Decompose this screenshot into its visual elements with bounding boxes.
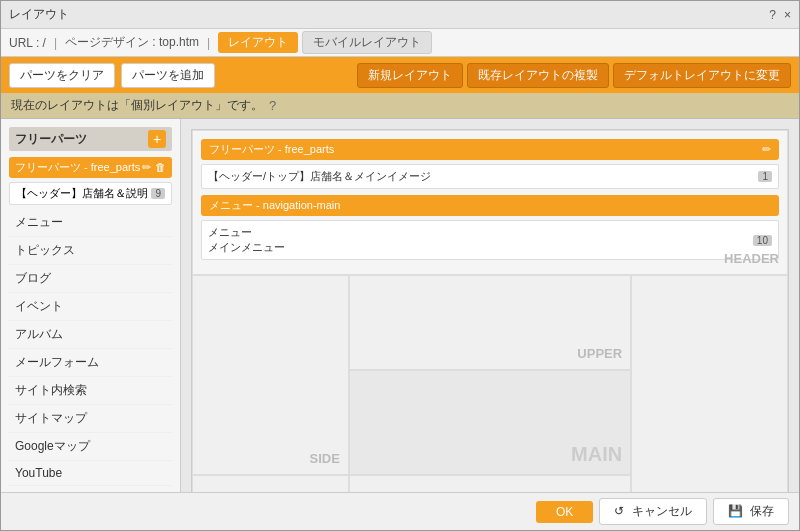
cancel-icon: ↺ — [614, 504, 624, 518]
free-parts-bar-label: フリーパーツ - free_parts — [209, 142, 334, 157]
main-window: レイアウト ? × URL : / | ページデザイン : top.htm | … — [0, 0, 800, 531]
sidebar-item-sitemap[interactable]: サイトマップ — [9, 405, 172, 433]
edit-icon[interactable]: ✏ — [142, 161, 151, 174]
sidebar-item-blog[interactable]: ブログ — [9, 265, 172, 293]
nav-items-card: メニュー メインメニュー 10 — [201, 220, 779, 260]
new-layout-button[interactable]: 新規レイアウト — [357, 63, 463, 88]
sidebar-item-album[interactable]: アルバム — [9, 321, 172, 349]
cancel-button[interactable]: ↺ キャンセル — [599, 498, 706, 525]
page-design-label: ページデザイン : top.htm — [65, 34, 199, 51]
sidebar-item-topics[interactable]: トピックス — [9, 237, 172, 265]
nav-text1: メニュー — [208, 225, 285, 240]
sidebar-item-event[interactable]: イベント — [9, 293, 172, 321]
layout-canvas: フリーパーツ - free_parts ✏ 【ヘッダー/トップ】店舗名＆メインイ… — [181, 119, 799, 492]
free-parts-item: フリーパーツ - free_parts ✏ 🗑 — [9, 157, 172, 178]
upper-zone-label: UPPER — [577, 346, 622, 361]
nav-bar-label: メニュー - navigation-main — [209, 198, 340, 213]
ok-button[interactable]: OK — [536, 501, 593, 523]
url-label: URL : / — [9, 36, 46, 50]
header-zone-label: HEADER — [724, 251, 779, 266]
delete-icon[interactable]: 🗑 — [155, 161, 166, 174]
main-zone: MAIN — [349, 370, 631, 475]
help-icon[interactable]: ? — [769, 8, 776, 22]
sidebar-item-site-search[interactable]: サイト内検索 — [9, 377, 172, 405]
header-card1-badge: 1 — [758, 171, 772, 182]
free-parts-edit-icon[interactable]: ✏ — [762, 143, 771, 156]
side-zone-label: SIDE — [309, 451, 339, 466]
window-title: レイアウト — [9, 6, 69, 23]
bottom-zone: BOTTOM — [349, 475, 631, 492]
free-parts-item-label: フリーパーツ - free_parts — [15, 160, 140, 175]
nav-badge: 10 — [753, 235, 772, 246]
add-parts-button[interactable]: パーツを追加 — [121, 63, 215, 88]
header-zone: フリーパーツ - free_parts ✏ 【ヘッダー/トップ】店舗名＆メインイ… — [192, 130, 788, 275]
sidebar-item-google-map[interactable]: Googleマップ — [9, 433, 172, 461]
tab-mobile[interactable]: モバイルレイアウト — [302, 31, 432, 54]
free-parts-bar: フリーパーツ - free_parts ✏ — [201, 139, 779, 160]
footer-bar: OK ↺ キャンセル 💾 保存 — [1, 492, 799, 530]
add-free-parts-button[interactable]: + — [148, 130, 166, 148]
close-icon[interactable]: × — [784, 8, 791, 22]
tab-layout[interactable]: レイアウト — [218, 32, 298, 53]
info-text: 現在のレイアウトは「個別レイアウト」です。 — [11, 97, 263, 114]
title-bar: レイアウト ? × — [1, 1, 799, 29]
upper-zone: UPPER — [349, 275, 631, 370]
sidebar: フリーパーツ + フリーパーツ - free_parts ✏ 🗑 【ヘッダー】店… — [1, 119, 181, 492]
header-card1-text: 【ヘッダー/トップ】店舗名＆メインイメージ — [208, 169, 431, 184]
side-zone-ext — [192, 475, 349, 492]
info-bar: 現在のレイアウトは「個別レイアウト」です。 ? — [1, 93, 799, 119]
sub-item-header-label: 【ヘッダー】店舗名＆説明 — [16, 186, 148, 201]
header-card1: 【ヘッダー/トップ】店舗名＆メインイメージ 1 — [201, 164, 779, 189]
default-layout-button[interactable]: デフォルトレイアウトに変更 — [613, 63, 791, 88]
copy-layout-button[interactable]: 既存レイアウトの複製 — [467, 63, 609, 88]
sub-item-header: 【ヘッダー】店舗名＆説明 9 — [9, 182, 172, 205]
info-help-icon[interactable]: ? — [269, 98, 276, 113]
right-zone: RIGHT — [631, 275, 788, 492]
toolbar: パーツをクリア パーツを追加 新規レイアウト 既存レイアウトの複製 デフォルトレ… — [1, 57, 799, 93]
side-zone: SIDE — [192, 275, 349, 475]
sidebar-item-youtube[interactable]: YouTube — [9, 461, 172, 486]
save-icon: 💾 — [728, 504, 743, 518]
free-parts-label: フリーパーツ — [15, 131, 87, 148]
sidebar-item-menu[interactable]: メニュー — [9, 209, 172, 237]
main-content: フリーパーツ + フリーパーツ - free_parts ✏ 🗑 【ヘッダー】店… — [1, 119, 799, 492]
clear-parts-button[interactable]: パーツをクリア — [9, 63, 115, 88]
nav-text2: メインメニュー — [208, 240, 285, 255]
save-button[interactable]: 💾 保存 — [713, 498, 789, 525]
sub-item-badge: 9 — [151, 188, 165, 199]
free-parts-section: フリーパーツ + — [9, 127, 172, 151]
nav-bar: URL : / | ページデザイン : top.htm | レイアウト モバイル… — [1, 29, 799, 57]
nav-bar-card: メニュー - navigation-main — [201, 195, 779, 216]
sidebar-item-mail-form[interactable]: メールフォーム — [9, 349, 172, 377]
main-zone-label: MAIN — [571, 443, 622, 466]
